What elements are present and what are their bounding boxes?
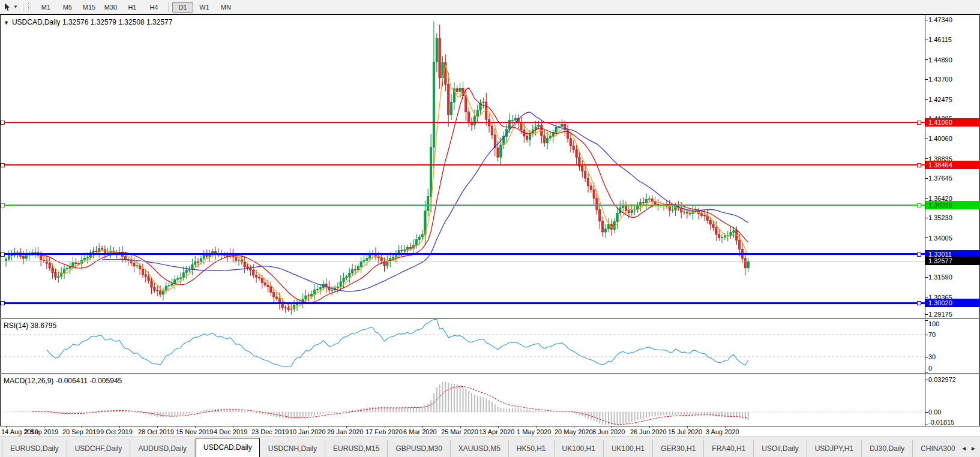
price-axis-border bbox=[925, 15, 925, 426]
toolbar-grip[interactable] bbox=[28, 3, 31, 11]
chart-tab-UK100-H1[interactable]: UK100,H1 bbox=[555, 440, 604, 457]
price-axis-tick bbox=[925, 178, 928, 179]
rsi-axis-tick bbox=[925, 372, 928, 372]
date-axis-label: 29 Jan 2020 bbox=[327, 428, 364, 435]
dropdown-caret-icon[interactable]: ▼ bbox=[13, 4, 18, 10]
hline-handle[interactable] bbox=[1, 252, 5, 257]
hline-handle[interactable] bbox=[917, 203, 921, 208]
timeframe-button-M15[interactable]: M15 bbox=[79, 2, 100, 13]
rsi-axis-tick bbox=[925, 320, 928, 321]
timeframe-button-M5[interactable]: M5 bbox=[57, 2, 78, 13]
hline-handle[interactable] bbox=[917, 252, 921, 257]
candle-series bbox=[5, 22, 749, 315]
ma-line-5 bbox=[17, 65, 748, 308]
rsi-axis-tick bbox=[925, 335, 928, 335]
chart-tab-HK50-H1[interactable]: HK50,H1 bbox=[509, 440, 555, 457]
macd-axis-label: 0.00 bbox=[928, 408, 941, 416]
hline-handle[interactable] bbox=[1, 121, 5, 125]
hline-handle[interactable] bbox=[917, 301, 921, 305]
hline-handle[interactable] bbox=[917, 163, 921, 167]
date-axis-label: 2 Sep 2019 bbox=[25, 428, 58, 435]
date-axis-label: 17 Feb 2020 bbox=[365, 428, 403, 435]
tab-scroll-arrows: ◄ ► bbox=[961, 445, 976, 452]
price-axis-label: 1.31590 bbox=[928, 273, 952, 281]
date-axis-label: 9 Oct 2019 bbox=[100, 428, 133, 435]
horizontal-line-1.41060[interactable] bbox=[0, 122, 925, 123]
chart-tab-CHINA300-H4[interactable]: CHINA300,H4 bbox=[913, 440, 955, 457]
chart-tab-UK100-H1[interactable]: UK100,H1 bbox=[604, 440, 653, 457]
chart-tab-EURUSD-M15[interactable]: EURUSD,M15 bbox=[325, 440, 388, 457]
timeframe-button-W1[interactable]: W1 bbox=[194, 2, 215, 13]
price-axis-label: 1.47340 bbox=[928, 16, 952, 23]
chart-tab-USDCAD-Daily[interactable]: USDCAD,Daily bbox=[196, 438, 260, 457]
macd-axis-tick bbox=[925, 425, 928, 425]
hline-handle[interactable] bbox=[1, 203, 5, 208]
timeframe-button-D1[interactable]: D1 bbox=[172, 2, 193, 13]
chart-tab-FRA40-H1[interactable]: FRA40,H1 bbox=[704, 440, 754, 457]
horizontal-line-1.33011[interactable] bbox=[0, 253, 925, 255]
chart-tab-XAUUSD-M5[interactable]: XAUUSD,M5 bbox=[451, 440, 509, 457]
rsi-axis-label: 70 bbox=[928, 331, 936, 338]
chart-tab-EURUSD-Daily[interactable]: EURUSD,Daily bbox=[2, 440, 67, 457]
chart-tab-GER30-H1[interactable]: GER30,H1 bbox=[653, 440, 704, 457]
price-axis-label: 1.40060 bbox=[928, 135, 952, 142]
date-axis-label: 25 Mar 2020 bbox=[441, 428, 478, 435]
horizontal-line-1.36015[interactable] bbox=[0, 205, 925, 206]
hline-handle[interactable] bbox=[1, 163, 5, 167]
rsi-axis-label: 30 bbox=[928, 353, 936, 360]
timeframe-button-M1[interactable]: M1 bbox=[35, 2, 56, 13]
timeframe-button-M30[interactable]: M30 bbox=[100, 2, 121, 13]
price-axis-tick bbox=[925, 297, 928, 297]
chart-tab-AUDUSD-Daily[interactable]: AUDUSD,Daily bbox=[130, 440, 195, 457]
chart-tab-GBPUSD-M30[interactable]: GBPUSD,M30 bbox=[388, 440, 450, 457]
tabs-scroll-right-icon[interactable]: ► bbox=[970, 445, 976, 452]
chart-tab-USOil-Daily[interactable]: USOil,Daily bbox=[754, 440, 807, 457]
date-axis-label: 15 Nov 2019 bbox=[176, 428, 213, 435]
pane-separator-rsi[interactable] bbox=[0, 318, 980, 319]
tabs-scroll-left-icon[interactable]: ◄ bbox=[961, 445, 967, 452]
timeframe-button-H1[interactable]: H1 bbox=[122, 2, 143, 13]
date-axis-label: 28 Oct 2019 bbox=[138, 428, 174, 435]
price-axis-tick bbox=[925, 314, 928, 315]
timeframe-button-H4[interactable]: H4 bbox=[143, 2, 164, 13]
chart-title: ▼USDCAD,Daily 1.32576 1.32579 1.32508 1.… bbox=[4, 18, 172, 26]
chart-tab-DJ30-Daily[interactable]: DJ30,Daily bbox=[862, 440, 913, 457]
date-axis-label: 26 Jun 2020 bbox=[630, 428, 667, 435]
ma-line-13 bbox=[41, 88, 748, 302]
chart-tab-USDCNH-Daily[interactable]: USDCNH,Daily bbox=[260, 440, 325, 457]
rsi-axis-label: 100 bbox=[928, 320, 939, 327]
price-axis-tick bbox=[925, 20, 928, 20]
timeframe-button-MN[interactable]: MN bbox=[215, 2, 236, 13]
macd-pane-canvas[interactable] bbox=[0, 374, 925, 426]
bid-price-tag: 1.32577 bbox=[925, 257, 980, 265]
price-axis-label: 1.44890 bbox=[928, 56, 952, 64]
chart-tab-USDJPY-H1[interactable]: USDJPY,H1 bbox=[807, 440, 862, 457]
price-axis-label: 1.43700 bbox=[928, 76, 952, 83]
date-axis-label: 6 Mar 2020 bbox=[403, 428, 437, 435]
macd-axis-label: -0.01815 bbox=[928, 419, 954, 426]
rsi-pane-canvas[interactable] bbox=[0, 319, 925, 373]
mt4-window: ▼ M1M5M15M30H1H4D1W1MN ▼USDCAD,Daily 1.3… bbox=[0, 0, 980, 457]
date-axis-label: 13 Apr 2020 bbox=[479, 428, 514, 435]
date-axis-label: 20 Sep 2019 bbox=[62, 428, 100, 435]
timeframe-toolbar: M1M5M15M30H1H4D1W1MN bbox=[35, 2, 236, 13]
hline-handle[interactable] bbox=[917, 121, 921, 125]
symbol-caret-icon[interactable]: ▼ bbox=[4, 20, 9, 26]
price-axis-tick bbox=[925, 139, 928, 139]
cursor-tool-icon[interactable] bbox=[2, 2, 12, 12]
main-chart-canvas[interactable] bbox=[0, 15, 925, 318]
pane-separator-macd[interactable] bbox=[0, 373, 980, 374]
price-axis-label: 1.34005 bbox=[928, 234, 952, 242]
price-axis-tick bbox=[925, 237, 928, 238]
rsi-indicator-label: RSI(14) 38.6795 bbox=[4, 321, 56, 330]
horizontal-line-1.38464[interactable] bbox=[0, 164, 925, 166]
rsi-line bbox=[47, 320, 748, 367]
price-axis-label: 1.37645 bbox=[928, 175, 952, 182]
hline-handle[interactable] bbox=[1, 301, 5, 305]
horizontal-line-1.30020[interactable] bbox=[0, 302, 925, 304]
macd-histogram bbox=[9, 381, 748, 425]
chart-tab-USDCHF-Daily[interactable]: USDCHF,Daily bbox=[67, 440, 131, 457]
price-axis-tick bbox=[925, 40, 928, 40]
date-axis-label: 4 Dec 2019 bbox=[214, 428, 247, 435]
date-axis-label: 23 Dec 2019 bbox=[251, 428, 289, 435]
